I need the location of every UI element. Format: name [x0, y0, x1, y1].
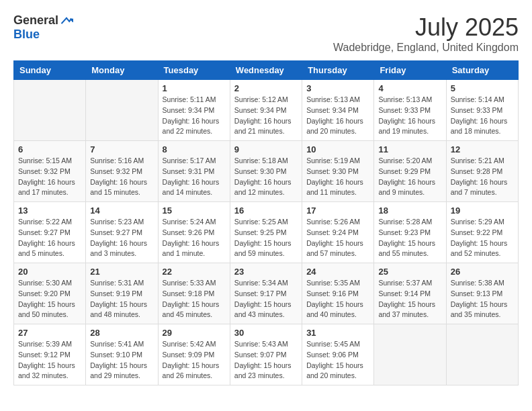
calendar-week-row: 20Sunrise: 5:30 AMSunset: 9:20 PMDayligh… — [14, 263, 519, 324]
day-number: 15 — [163, 205, 226, 216]
day-number: 5 — [451, 83, 514, 93]
day-info: Sunrise: 5:24 AMSunset: 9:26 PMDaylight:… — [163, 217, 226, 259]
month-title: July 2025 — [333, 13, 519, 42]
calendar-table: SundayMondayTuesdayWednesdayThursdayFrid… — [13, 60, 519, 385]
day-number: 20 — [18, 267, 81, 277]
calendar-header-row: SundayMondayTuesdayWednesdayThursdayFrid… — [14, 61, 519, 80]
calendar-cell — [446, 324, 518, 385]
calendar-cell: 4Sunrise: 5:13 AMSunset: 9:33 PMDaylight… — [374, 80, 446, 141]
day-info: Sunrise: 5:42 AMSunset: 9:09 PMDaylight:… — [163, 339, 226, 381]
day-info: Sunrise: 5:37 AMSunset: 9:14 PMDaylight:… — [378, 278, 441, 320]
day-info: Sunrise: 5:39 AMSunset: 9:12 PMDaylight:… — [18, 339, 81, 381]
calendar-cell: 2Sunrise: 5:12 AMSunset: 9:34 PMDaylight… — [230, 80, 302, 141]
calendar-week-row: 6Sunrise: 5:15 AMSunset: 9:32 PMDaylight… — [14, 141, 519, 202]
day-number: 10 — [306, 144, 369, 154]
calendar-cell: 16Sunrise: 5:25 AMSunset: 9:25 PMDayligh… — [230, 202, 302, 263]
calendar-week-row: 27Sunrise: 5:39 AMSunset: 9:12 PMDayligh… — [14, 324, 519, 385]
calendar-cell: 10Sunrise: 5:19 AMSunset: 9:30 PMDayligh… — [302, 141, 374, 202]
day-info: Sunrise: 5:11 AMSunset: 9:34 PMDaylight:… — [163, 95, 226, 137]
day-number: 31 — [306, 328, 369, 338]
weekday-header: Thursday — [302, 61, 374, 80]
day-info: Sunrise: 5:35 AMSunset: 9:16 PMDaylight:… — [306, 278, 369, 320]
calendar-cell: 14Sunrise: 5:23 AMSunset: 9:27 PMDayligh… — [86, 202, 158, 263]
calendar-cell: 1Sunrise: 5:11 AMSunset: 9:34 PMDaylight… — [158, 80, 230, 141]
day-info: Sunrise: 5:15 AMSunset: 9:32 PMDaylight:… — [18, 156, 81, 198]
day-number: 3 — [306, 83, 369, 93]
day-info: Sunrise: 5:17 AMSunset: 9:31 PMDaylight:… — [163, 156, 226, 198]
calendar-cell — [14, 80, 86, 141]
day-number: 6 — [18, 144, 81, 154]
calendar-cell: 18Sunrise: 5:28 AMSunset: 9:23 PMDayligh… — [374, 202, 446, 263]
day-number: 16 — [234, 205, 298, 216]
title-area: July 2025 Wadebridge, England, United Ki… — [333, 13, 519, 54]
day-number: 27 — [18, 328, 81, 338]
calendar-cell: 31Sunrise: 5:45 AMSunset: 9:06 PMDayligh… — [302, 324, 374, 385]
calendar-cell: 9Sunrise: 5:18 AMSunset: 9:30 PMDaylight… — [230, 141, 302, 202]
day-number: 30 — [234, 328, 298, 338]
day-info: Sunrise: 5:13 AMSunset: 9:34 PMDaylight:… — [306, 95, 369, 137]
day-info: Sunrise: 5:31 AMSunset: 9:19 PMDaylight:… — [90, 278, 153, 320]
day-number: 9 — [234, 144, 298, 154]
day-number: 13 — [18, 205, 81, 216]
day-info: Sunrise: 5:22 AMSunset: 9:27 PMDaylight:… — [18, 217, 81, 259]
day-number: 28 — [90, 328, 153, 338]
calendar-cell: 21Sunrise: 5:31 AMSunset: 9:19 PMDayligh… — [86, 263, 158, 324]
day-info: Sunrise: 5:26 AMSunset: 9:24 PMDaylight:… — [306, 217, 369, 259]
calendar-week-row: 1Sunrise: 5:11 AMSunset: 9:34 PMDaylight… — [14, 80, 519, 141]
calendar-cell: 12Sunrise: 5:21 AMSunset: 9:28 PMDayligh… — [446, 141, 518, 202]
day-info: Sunrise: 5:21 AMSunset: 9:28 PMDaylight:… — [451, 156, 514, 198]
calendar-cell: 11Sunrise: 5:20 AMSunset: 9:29 PMDayligh… — [374, 141, 446, 202]
calendar-cell: 5Sunrise: 5:14 AMSunset: 9:33 PMDaylight… — [446, 80, 518, 141]
day-info: Sunrise: 5:23 AMSunset: 9:27 PMDaylight:… — [90, 217, 153, 259]
calendar-cell: 27Sunrise: 5:39 AMSunset: 9:12 PMDayligh… — [14, 324, 86, 385]
day-number: 19 — [451, 205, 514, 216]
calendar-cell: 7Sunrise: 5:16 AMSunset: 9:32 PMDaylight… — [86, 141, 158, 202]
calendar-cell: 25Sunrise: 5:37 AMSunset: 9:14 PMDayligh… — [374, 263, 446, 324]
day-number: 11 — [378, 144, 441, 154]
calendar-cell: 26Sunrise: 5:38 AMSunset: 9:13 PMDayligh… — [446, 263, 518, 324]
day-info: Sunrise: 5:41 AMSunset: 9:10 PMDaylight:… — [90, 339, 153, 381]
calendar-cell: 6Sunrise: 5:15 AMSunset: 9:32 PMDaylight… — [14, 141, 86, 202]
day-info: Sunrise: 5:12 AMSunset: 9:34 PMDaylight:… — [234, 95, 298, 137]
weekday-header: Wednesday — [230, 61, 302, 80]
calendar-cell: 19Sunrise: 5:29 AMSunset: 9:22 PMDayligh… — [446, 202, 518, 263]
day-info: Sunrise: 5:25 AMSunset: 9:25 PMDaylight:… — [234, 217, 298, 259]
calendar-cell — [86, 80, 158, 141]
weekday-header: Friday — [374, 61, 446, 80]
calendar-cell: 29Sunrise: 5:42 AMSunset: 9:09 PMDayligh… — [158, 324, 230, 385]
calendar-cell: 15Sunrise: 5:24 AMSunset: 9:26 PMDayligh… — [158, 202, 230, 263]
day-info: Sunrise: 5:14 AMSunset: 9:33 PMDaylight:… — [451, 95, 514, 137]
calendar-cell: 8Sunrise: 5:17 AMSunset: 9:31 PMDaylight… — [158, 141, 230, 202]
calendar-cell — [374, 324, 446, 385]
calendar-cell: 28Sunrise: 5:41 AMSunset: 9:10 PMDayligh… — [86, 324, 158, 385]
day-info: Sunrise: 5:43 AMSunset: 9:07 PMDaylight:… — [234, 339, 298, 381]
day-info: Sunrise: 5:16 AMSunset: 9:32 PMDaylight:… — [90, 156, 153, 198]
calendar-week-row: 13Sunrise: 5:22 AMSunset: 9:27 PMDayligh… — [14, 202, 519, 263]
logo-icon — [60, 14, 73, 28]
location: Wadebridge, England, United Kingdom — [333, 42, 519, 54]
day-info: Sunrise: 5:34 AMSunset: 9:17 PMDaylight:… — [234, 278, 298, 320]
calendar-cell: 17Sunrise: 5:26 AMSunset: 9:24 PMDayligh… — [302, 202, 374, 263]
day-number: 1 — [163, 83, 226, 93]
calendar-cell: 13Sunrise: 5:22 AMSunset: 9:27 PMDayligh… — [14, 202, 86, 263]
day-number: 12 — [451, 144, 514, 154]
day-info: Sunrise: 5:18 AMSunset: 9:30 PMDaylight:… — [234, 156, 298, 198]
logo: General Blue — [13, 13, 73, 42]
calendar-cell: 23Sunrise: 5:34 AMSunset: 9:17 PMDayligh… — [230, 263, 302, 324]
day-number: 7 — [90, 144, 153, 154]
day-info: Sunrise: 5:28 AMSunset: 9:23 PMDaylight:… — [378, 217, 441, 259]
weekday-header: Sunday — [14, 61, 86, 80]
day-number: 22 — [163, 267, 226, 277]
weekday-header: Saturday — [446, 61, 518, 80]
day-info: Sunrise: 5:38 AMSunset: 9:13 PMDaylight:… — [451, 278, 514, 320]
day-number: 17 — [306, 205, 369, 216]
calendar-cell: 20Sunrise: 5:30 AMSunset: 9:20 PMDayligh… — [14, 263, 86, 324]
day-info: Sunrise: 5:33 AMSunset: 9:18 PMDaylight:… — [163, 278, 226, 320]
day-number: 2 — [234, 83, 298, 93]
day-info: Sunrise: 5:13 AMSunset: 9:33 PMDaylight:… — [378, 95, 441, 137]
day-info: Sunrise: 5:29 AMSunset: 9:22 PMDaylight:… — [451, 217, 514, 259]
day-number: 14 — [90, 205, 153, 216]
day-info: Sunrise: 5:19 AMSunset: 9:30 PMDaylight:… — [306, 156, 369, 198]
day-number: 26 — [451, 267, 514, 277]
calendar-cell: 30Sunrise: 5:43 AMSunset: 9:07 PMDayligh… — [230, 324, 302, 385]
